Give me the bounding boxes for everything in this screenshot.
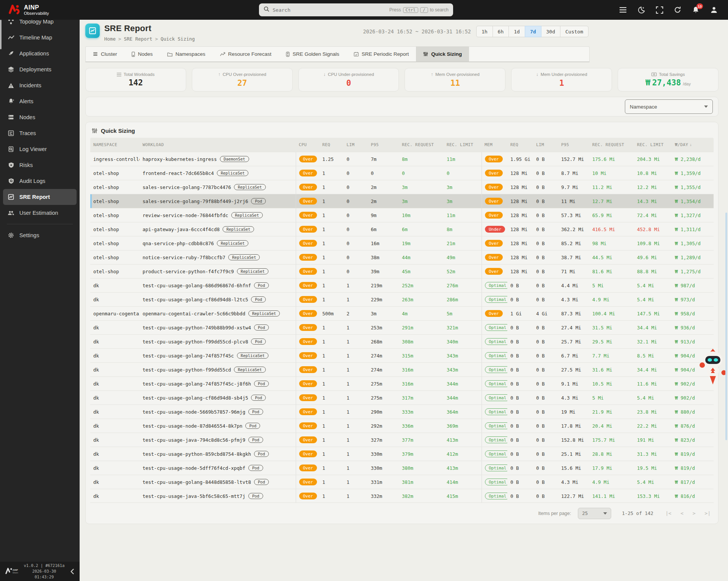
prev-page-button[interactable]: < [681,510,684,516]
namespace-cell: otel-shop [90,265,140,278]
table-row[interactable]: dk test-cpu-usage-python-f99dd55cd-plcv8… [90,334,714,348]
namespace-select[interactable]: Namespace [625,99,713,114]
log-viewer-icon [8,146,14,153]
cpu-rec-limit-cell: 343m [444,364,482,376]
sort-column-wday[interactable]: ₩/DAY↓ [672,138,714,152]
mem-rec-limit-cell: 31.3 Mi [634,448,672,460]
fullscreen-icon[interactable] [655,6,664,14]
table-row[interactable]: dk test-cpu-usage-python-859cbd8754-8kgk… [90,447,714,461]
global-search[interactable]: Press Ctrl / to search [259,3,453,16]
sidebar-item-topology-map[interactable]: Topology Map [3,20,77,30]
table-row[interactable]: otel-shop qna-service-php-cdbb8c876Repli… [90,236,714,250]
tab-resource-forecast[interactable]: Resource Forecast [213,47,279,61]
table-row[interactable]: otel-shop review-service-node-76844fbfdc… [90,208,714,222]
table-row[interactable]: dk test-cpu-usage-java-794c8d8c56-pfmj9P… [90,433,714,447]
cost-per-day-cell: ₩ 1,355/d [672,181,714,194]
mem-rec-limit-cell: 10.8 Mi [634,167,672,179]
breadcrumb-quick-sizing[interactable]: Quick Sizing [160,36,195,42]
tab-nodes[interactable]: Nodes [124,47,160,61]
page-scrollbar[interactable] [725,213,727,440]
cpu-rec-limit-cell: 3m [444,195,482,208]
sidebar-item-log-viewer[interactable]: Log Viewer [3,141,77,157]
sidebar-item-timeline-map[interactable]: Timeline Map [3,30,77,46]
table-row[interactable]: dk test-cpu-usage-node-87d846554-8k7pnPo… [90,419,714,433]
table-row[interactable]: dk test-cpu-usage-python-f99dd55cdReplic… [90,362,714,376]
table-row[interactable]: dk test-cpu-usage-golang-74f857f45c-j8f6… [90,376,714,390]
table-row[interactable]: dk test-cpu-usage-node-5669b57857-96mjgP… [90,405,714,419]
menu-icon[interactable] [619,6,627,14]
tab-sre-golden-signals[interactable]: SRE Golden Signals [279,47,347,61]
table-row[interactable]: otel-shop sales-service-golang-79f88bf44… [90,194,714,208]
tab-sre-periodic-report[interactable]: SRE Periodic Report [347,47,416,61]
sidebar-scrollbar[interactable] [0,20,2,49]
range-6h-button[interactable]: 6h [493,26,509,37]
table-row[interactable]: dk test-cpu-usage-golang-cf86d94d8-sb4j5… [90,390,714,405]
first-page-button[interactable]: |< [665,510,672,516]
items-per-page-label: Items per page: [538,511,571,516]
table-row[interactable]: otel-shop sales-service-golang-7787bc447… [90,180,714,194]
cpu-rec-request-cell: 381m [399,476,444,488]
range-custom-button[interactable]: Custom [560,26,588,37]
tab-quick-sizing[interactable]: Quick Sizing [416,47,469,61]
table-row[interactable]: dk test-cpu-usage-golang-686d96867d-6hfn… [90,278,714,292]
sidebar-item-nodes[interactable]: Nodes [3,109,77,125]
cpu-rec-limit-cell: 413m [444,434,482,446]
search-input[interactable] [273,7,386,13]
sre-report-icon [8,194,14,200]
sidebar-item-user-estimation[interactable]: User Estimation [3,205,77,221]
table-row[interactable]: dk test-cpu-usage-node-5dff76f4cd-xpqbfP… [90,461,714,475]
mem-p95-cell: 152.8 Mi [558,434,589,446]
cpu-req-cell: 1 [319,490,344,502]
range-30d-button[interactable]: 30d [541,26,560,37]
cpu-req-cell: 1 [319,350,344,362]
tab-namespaces[interactable]: Namespaces [160,47,213,61]
table-row[interactable]: dk test-cpu-usage-java-5bf6c58c65-mtt7jP… [90,489,714,503]
sidebar-item-settings[interactable]: Settings [3,227,77,243]
sidebar-item-deployments[interactable]: Deployments [3,61,77,77]
mem-rec-limit-cell: 8.5 Mi [634,350,672,362]
app-logo[interactable]: AINP Observability [0,3,80,16]
table-row[interactable]: openmaru-cogentai openmaru-cogentai-craw… [90,306,714,320]
sidebar-item-incidents[interactable]: Incidents [3,77,77,93]
table-row[interactable]: otel-shop notice-service-ruby-7f8bccfb7R… [90,250,714,264]
workload-cell: api-gateway-java-6ccc4f4cd8ReplicaSet [140,223,296,236]
sidebar-collapse-icon[interactable] [70,568,74,575]
table-row[interactable]: otel-shop frontend-react-7dc665b8c4Repli… [90,166,714,180]
mem-p95-cell: 27.5 Mi [558,364,589,376]
cpu-under-value: 0 [346,79,351,88]
table-row[interactable]: dk test-cpu-usage-python-749b88b99d-xstw… [90,320,714,334]
table-row[interactable]: otel-shop api-gateway-java-6ccc4f4cd8Rep… [90,222,714,236]
range-1d-button[interactable]: 1d [508,26,525,37]
mem-p95-cell: 25.7 Mi [558,335,589,348]
dark-mode-icon[interactable] [637,6,645,14]
page-size-select[interactable]: 25 [578,508,611,519]
next-page-button[interactable]: > [693,510,696,516]
workload-kind-chip: Pod [251,296,266,302]
namespace-cell: dk [90,448,140,460]
notifications-icon[interactable]: 13 [692,6,700,14]
namespace-cell: dk [90,392,140,404]
refresh-icon[interactable] [673,6,682,14]
sidebar-item-applications[interactable]: Applications [3,46,77,61]
cpu-status-badge: Over [299,310,317,317]
tab-cluster[interactable]: Cluster [86,47,124,61]
cpu-req-cell: 1 [319,392,344,404]
sidebar-item-sre-report[interactable]: SRE Report [3,189,77,205]
sidebar-item-risks[interactable]: Risks [3,157,77,173]
last-page-button[interactable]: >| [704,510,711,516]
table-row[interactable]: otel-shop product-service-python-f4fc7f9… [90,264,714,278]
breadcrumb-sre-report[interactable]: SRE Report [124,36,152,42]
table-row[interactable]: ingress-controller haproxy-kubernetes-in… [90,152,714,166]
table-row[interactable]: dk test-cpu-usage-golang-8448d85858-ltvt… [90,475,714,489]
chevron-down-icon [704,105,708,108]
sidebar-item-traces[interactable]: Traces [3,125,77,141]
range-7d-button[interactable]: 7d [525,26,541,37]
table-row[interactable]: dk test-cpu-usage-golang-74f857f45cRepli… [90,348,714,362]
user-profile-icon[interactable] [710,6,718,14]
breadcrumb-home[interactable]: Home [104,36,116,42]
range-1h-button[interactable]: 1h [476,26,493,37]
sidebar-item-audit-logs[interactable]: Audit Logs [3,173,77,189]
table-row[interactable]: dk test-cpu-usage-golang-cf86d94d8-l2tc5… [90,292,714,306]
sidebar-item-alerts[interactable]: Alerts [3,93,77,109]
mem-status-badge: Over [485,170,503,176]
